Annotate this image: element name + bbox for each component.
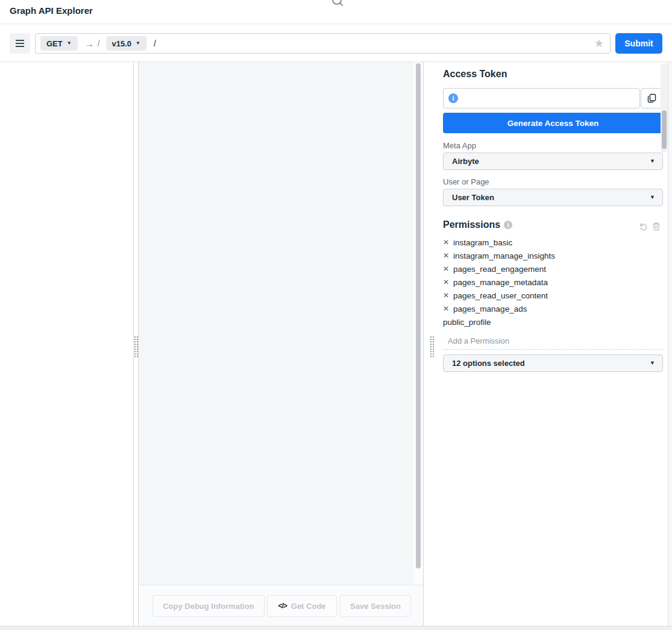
chevron-down-icon: ▼ [650,195,655,200]
options-selected-summary: 12 options selected [452,359,525,368]
permissions-options-select[interactable]: 12 options selected ▼ [443,354,663,372]
top-header: Graph API Explorer [0,0,672,24]
request-url-box[interactable]: GET ▼ → / v15.0 ▼ / ★ [35,33,611,54]
chevron-down-icon: ▼ [650,361,655,366]
copy-debug-label: Copy Debug Information [163,602,254,611]
permission-name: instagram_manage_insights [453,251,555,260]
undo-icon[interactable] [639,222,648,231]
remove-permission-icon[interactable]: ✕ [443,265,449,272]
permissions-heading: Permissions [443,219,500,230]
copy-icon [647,93,657,103]
url-pre-slash: / [98,39,100,48]
search-icon[interactable] [331,0,344,8]
version-dropdown[interactable]: v15.0 ▼ [106,36,146,51]
permissions-list: ✕ instagram_basic ✕ instagram_manage_ins… [443,236,663,327]
get-code-button[interactable]: </> Get Code [267,595,337,617]
meta-app-label: Meta App [443,141,476,150]
arrow-icon: → [85,39,94,49]
permission-name: public_profile [443,318,491,327]
submit-button[interactable]: Submit [615,33,662,54]
permissions-header: Permissions i [443,219,512,230]
permission-name: pages_read_engagement [453,265,546,274]
copy-token-button[interactable] [641,88,663,109]
method-dropdown[interactable]: GET ▼ [40,36,78,51]
get-code-label: Get Code [291,602,326,611]
access-token-input[interactable] [443,88,640,109]
permission-row: ✕ instagram_basic [443,236,663,249]
chevron-down-icon: ▼ [650,159,655,164]
code-icon: </> [278,602,286,610]
user-or-page-selected: User Token [452,193,494,202]
bottom-scrollbar-gutter[interactable] [0,626,672,630]
add-permission-input[interactable] [443,332,663,350]
permission-row: ✕ pages_manage_metadata [443,276,663,289]
permission-row: ✕ instagram_manage_insights [443,249,663,262]
access-token-panel: Access Token i Generate Access Token Met… [435,62,668,626]
access-token-heading: Access Token [443,69,507,80]
copy-debug-button[interactable]: Copy Debug Information [152,595,265,617]
hamburger-icon [15,39,25,48]
permission-name: pages_read_user_content [453,291,548,300]
remove-permission-icon[interactable]: ✕ [443,279,449,286]
page-title: Graph API Explorer [10,5,93,16]
save-session-label: Save Session [350,602,401,611]
permission-name: instagram_basic [453,238,512,247]
method-label: GET [46,39,63,48]
meta-app-selected: Airbyte [452,157,479,166]
info-icon[interactable]: i [448,93,458,103]
panel-resize-handle-left[interactable] [133,335,138,357]
response-scrollbar-thumb[interactable] [416,63,421,569]
response-scrollbar-track[interactable] [413,62,423,585]
meta-app-select[interactable]: Airbyte ▼ [443,153,663,170]
remove-permission-icon[interactable]: ✕ [443,292,449,299]
permission-name: pages_manage_ads [453,304,527,313]
trash-icon[interactable] [652,222,661,231]
permissions-scrollbar-thumb[interactable] [662,110,667,149]
star-icon[interactable]: ★ [594,38,604,49]
response-panel: Copy Debug Information </> Get Code Save… [138,62,424,626]
info-icon[interactable]: i [504,221,512,229]
permission-row: ✕ pages_read_engagement [443,262,663,276]
remove-permission-icon[interactable]: ✕ [443,239,449,246]
response-viewport [139,62,423,585]
left-sidebar-panel [0,62,134,626]
request-toolbar: GET ▼ → / v15.0 ▼ / ★ Submit [0,24,672,62]
version-label: v15.0 [112,39,132,48]
user-or-page-label: User or Page [443,177,489,186]
remove-permission-icon[interactable]: ✕ [443,305,449,312]
page-scrollbar-gutter[interactable] [668,62,672,626]
permission-row: public_profile [443,315,663,327]
menu-button[interactable] [10,33,30,54]
chevron-down-icon: ▼ [67,41,72,46]
remove-permission-icon[interactable]: ✕ [443,252,449,259]
permission-name: pages_manage_metadata [453,278,548,287]
request-path[interactable]: / [154,39,156,48]
save-session-button[interactable]: Save Session [340,595,411,617]
generate-access-token-button[interactable]: Generate Access Token [443,113,663,133]
panel-resize-handle-right[interactable] [429,335,434,357]
user-or-page-select[interactable]: User Token ▼ [443,189,663,206]
chevron-down-icon: ▼ [136,41,140,46]
permission-row: ✕ pages_manage_ads [443,302,663,315]
session-footer: Copy Debug Information </> Get Code Save… [139,585,423,626]
permissions-scrollbar-track[interactable] [661,63,668,153]
permission-row: ✕ pages_read_user_content [443,289,663,302]
